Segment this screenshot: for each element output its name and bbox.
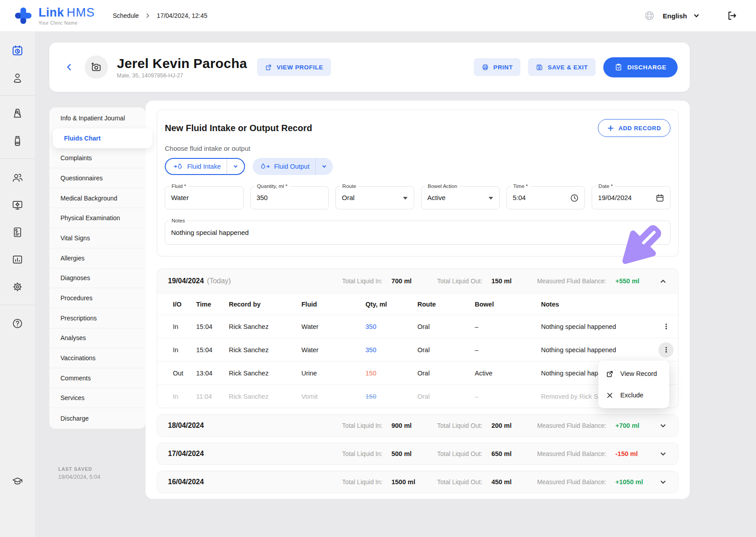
patients-icon[interactable]	[0, 72, 35, 84]
logout-icon[interactable]	[726, 10, 737, 21]
intake-dropdown-icon[interactable]	[227, 159, 244, 174]
language-selector[interactable]: English	[663, 12, 687, 20]
balance-label: Measured Fluid Balance:	[537, 478, 606, 486]
section-nav: Info & Inpatient JournalFluids ChartComp…	[49, 107, 146, 429]
field-quantity-ml[interactable]: Quantity, ml *350	[250, 186, 329, 209]
help-icon[interactable]	[0, 318, 35, 329]
total-out-value: 200 ml	[491, 422, 517, 429]
nav-item-discharge[interactable]: Discharge	[49, 408, 146, 428]
back-icon[interactable]	[65, 63, 74, 72]
balance-value: +1050 ml	[615, 478, 645, 486]
nav-item-procedures[interactable]: Procedures	[49, 288, 146, 308]
patient-meta: Male, 35, 14097856-HJ-27	[117, 72, 247, 79]
nav-item-vaccinations[interactable]: Vaccinations	[49, 348, 146, 368]
nav-item-questionnaires[interactable]: Questionnaires	[49, 168, 146, 188]
nav-item-medical-background[interactable]: Medical Background	[49, 188, 146, 209]
nav-item-analyses[interactable]: Analyses	[49, 328, 146, 349]
nav-item-comments[interactable]: Comments	[49, 368, 146, 388]
day-section-19-04-2024: 19/04/2024(Today)Total Liquid In:700 mlT…	[157, 268, 679, 408]
view-profile-button[interactable]: VIEW PROFILE	[257, 58, 331, 76]
menu-item-view-record[interactable]: View Record	[598, 363, 669, 384]
nav-item-complaints[interactable]: Complaints	[49, 148, 146, 168]
calendar-icon[interactable]	[655, 193, 665, 203]
clock-icon[interactable]	[570, 193, 579, 203]
schedule-icon[interactable]	[0, 45, 35, 56]
logo-subtitle: Your Clinic Name	[39, 20, 95, 26]
menu-item-exclude[interactable]: Exclude	[598, 384, 669, 406]
nav-item-services[interactable]: Services	[49, 388, 146, 409]
nav-item-info-inpatient-journal[interactable]: Info & Inpatient Journal	[49, 108, 146, 128]
nav-item-prescriptions[interactable]: Prescriptions	[49, 308, 146, 328]
reports-icon[interactable]	[0, 254, 35, 265]
nav-item-diagnoses[interactable]: Diagnoses	[49, 268, 146, 289]
pharmacy-icon[interactable]	[0, 135, 35, 147]
field-time[interactable]: Time *5:04	[507, 186, 585, 209]
collapse-chevron-icon[interactable]	[657, 275, 669, 287]
avatar[interactable]	[85, 55, 108, 79]
save-exit-button[interactable]: SAVE & EXIT	[528, 58, 596, 76]
education-icon[interactable]	[0, 475, 35, 487]
nav-item-allergies[interactable]: Allergies	[49, 248, 146, 268]
fluid-output-toggle[interactable]: Fluid Output	[253, 158, 333, 175]
breadcrumb-schedule[interactable]: Schedule	[113, 12, 139, 19]
choose-label: Choose fluid intake or output	[165, 145, 670, 152]
field-date[interactable]: Date *19/04/2024	[592, 186, 670, 209]
patient-header: Jerel Kevin Parocha Male, 35, 14097856-H…	[49, 43, 690, 92]
total-in-value: 500 ml	[391, 450, 417, 457]
day-header[interactable]: 19/04/2024(Today)Total Liquid In:700 mlT…	[157, 269, 678, 294]
balance-value: -150 ml	[615, 450, 645, 457]
total-in-label: Total Liquid In:	[342, 422, 382, 429]
save-icon	[536, 64, 543, 71]
day-header[interactable]: 18/04/2024Total Liquid In:900 mlTotal Li…	[157, 415, 678, 436]
fluid-intake-toggle[interactable]: Fluid Intake	[165, 158, 245, 175]
expand-chevron-icon[interactable]	[657, 419, 669, 432]
fluid-intake-icon	[173, 163, 183, 170]
total-out-label: Total Liquid Out:	[437, 277, 482, 285]
day-header[interactable]: 16/04/2024Total Liquid In:1500 mlTotal L…	[157, 471, 678, 493]
day-section-16-04-2024: 16/04/2024Total Liquid In:1500 mlTotal L…	[157, 471, 679, 493]
staff-icon[interactable]	[0, 172, 35, 183]
expand-chevron-icon[interactable]	[657, 448, 669, 460]
field-fluid[interactable]: Fluid *Water	[165, 186, 244, 209]
breadcrumb: Schedule 17/04/2024, 12:45	[113, 12, 207, 19]
total-in-value: 700 ml	[391, 277, 417, 285]
day-date: 17/04/2024	[168, 450, 204, 458]
fluids-chart-panel: New Fluid Intake or Output Record ADD RE…	[146, 101, 690, 499]
discharge-button[interactable]: DISCHARGE	[603, 57, 678, 77]
fluid-output-icon	[260, 163, 270, 170]
logo-cross-icon	[13, 6, 33, 26]
output-dropdown-icon[interactable]	[316, 158, 333, 175]
total-out-value: 150 ml	[491, 277, 517, 285]
patient-name: Jerel Kevin Parocha	[117, 56, 247, 71]
day-section-17-04-2024: 17/04/2024Total Liquid In:500 mlTotal Li…	[157, 443, 679, 465]
nav-item-physical-examination[interactable]: Physical Examination	[49, 208, 146, 228]
billing-icon[interactable]	[0, 226, 35, 238]
chevron-right-icon	[145, 13, 150, 18]
field-route[interactable]: RouteOral	[335, 186, 414, 209]
dropdown-caret-icon[interactable]	[489, 197, 493, 200]
total-out-label: Total Liquid Out:	[437, 422, 482, 429]
notes-field[interactable]: Notes Nothing special happened	[165, 221, 670, 245]
day-date: 16/04/2024	[168, 478, 204, 486]
nav-item-vital-signs[interactable]: Vital Signs	[49, 228, 146, 248]
day-date: 18/04/2024	[168, 422, 204, 430]
row-kebab-icon[interactable]	[658, 319, 674, 334]
chevron-down-icon[interactable]	[693, 13, 700, 19]
print-button[interactable]: PRINT	[474, 58, 521, 76]
balance-label: Measured Fluid Balance:	[537, 277, 606, 285]
add-record-button[interactable]: ADD RECORD	[598, 119, 670, 137]
total-in-value: 1500 ml	[391, 478, 417, 486]
field-bowel-action[interactable]: Bowel ActionActive	[421, 186, 500, 209]
day-header[interactable]: 17/04/2024Total Liquid In:500 mlTotal Li…	[157, 443, 678, 465]
external-link-icon	[606, 370, 614, 378]
workstation-icon[interactable]	[0, 199, 35, 211]
balance-label: Measured Fluid Balance:	[537, 450, 606, 457]
expand-chevron-icon[interactable]	[657, 476, 669, 488]
settings-icon[interactable]	[0, 281, 35, 293]
dropdown-caret-icon[interactable]	[403, 197, 408, 200]
nav-item-fluids-chart[interactable]: Fluids Chart	[53, 128, 152, 149]
icon-rail	[0, 31, 35, 537]
row-kebab-icon[interactable]	[658, 342, 674, 358]
laboratory-icon[interactable]	[0, 107, 35, 119]
top-header: LinkHMS Your Clinic Name Schedule 17/04/…	[0, 0, 756, 31]
